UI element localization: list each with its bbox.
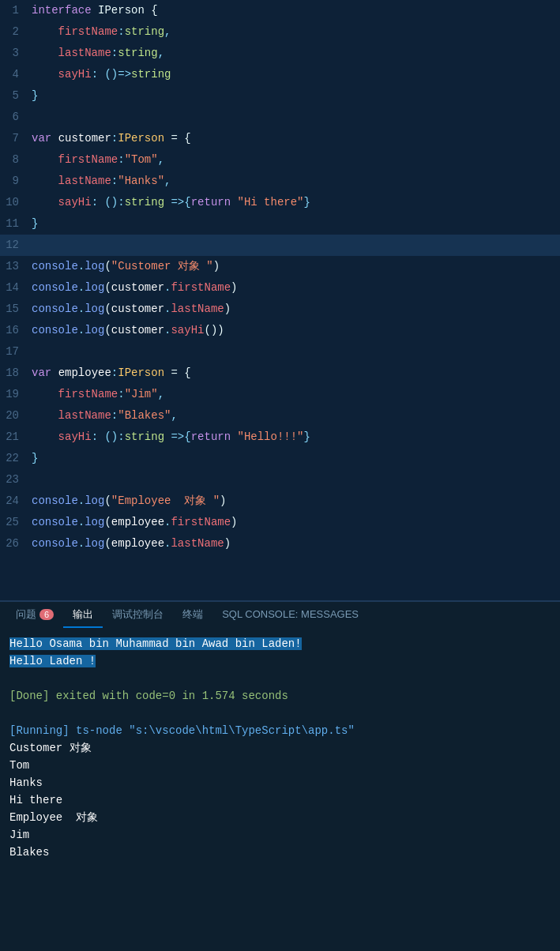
line-content: console.log(employee.firstName)	[32, 512, 560, 533]
line-number: 5	[0, 85, 32, 107]
line-content: }	[32, 213, 560, 235]
line-number: 25	[0, 512, 32, 533]
code-line: 21 sayHi: ():string =>{return "Hello!!!"…	[0, 427, 560, 448]
line-content: console.log("Employee 对象 ")	[32, 491, 560, 512]
line-content: console.log(customer.lastName)	[32, 299, 560, 320]
line-content	[32, 341, 560, 363]
output-line: Hi there	[9, 791, 551, 809]
code-line: 9 lastName:"Hanks",	[0, 171, 560, 192]
editor-area: 1interface IPerson {2 firstName:string,3…	[0, 0, 560, 600]
line-number: 7	[0, 128, 32, 149]
line-number: 19	[0, 384, 32, 405]
code-line: 3 lastName:string,	[0, 43, 560, 64]
line-content: firstName:"Jim",	[32, 384, 560, 405]
code-line: 8 firstName:"Tom",	[0, 149, 560, 171]
output-line: [Running] ts-node "s:\vscode\html\TypeSc…	[9, 722, 551, 739]
output-line: Customer 对象	[9, 739, 551, 757]
code-line: 12	[0, 235, 560, 256]
terminal-panel: 问题6输出调试控制台终端SQL CONSOLE: MESSAGES Hello …	[0, 600, 560, 951]
line-content: console.log("Customer 对象 ")	[32, 256, 560, 277]
code-line: 19 firstName:"Jim",	[0, 384, 560, 405]
line-number: 22	[0, 448, 32, 469]
line-number: 4	[0, 64, 32, 85]
line-number: 8	[0, 149, 32, 171]
tab-item[interactable]: 输出	[63, 601, 103, 628]
line-content: console.log(customer.sayHi())	[32, 320, 560, 341]
code-line: 7var customer:IPerson = {	[0, 128, 560, 149]
tab-badge: 6	[39, 609, 54, 620]
code-line: 20 lastName:"Blakes",	[0, 405, 560, 427]
output-line: Tom	[9, 757, 551, 774]
line-content: lastName:"Hanks",	[32, 171, 560, 192]
line-number: 15	[0, 299, 32, 320]
line-content: lastName:"Blakes",	[32, 405, 560, 427]
line-content: var customer:IPerson = {	[32, 128, 560, 149]
line-content	[32, 235, 560, 256]
line-number: 6	[0, 107, 32, 128]
code-line: 5}	[0, 85, 560, 107]
line-content	[32, 469, 560, 491]
line-number: 3	[0, 43, 32, 64]
line-content: sayHi: ():string =>{return "Hi there"}	[32, 192, 560, 213]
output-line: Hanks	[9, 774, 551, 791]
line-number: 2	[0, 21, 32, 43]
line-number: 13	[0, 256, 32, 277]
line-content: sayHi: ()=>string	[32, 64, 560, 85]
tab-item[interactable]: 问题6	[6, 601, 63, 628]
code-line: 15console.log(customer.lastName)	[0, 299, 560, 320]
code-line: 16console.log(customer.sayHi())	[0, 320, 560, 341]
line-content: }	[32, 448, 560, 469]
code-line: 13console.log("Customer 对象 ")	[0, 256, 560, 277]
line-number: 18	[0, 363, 32, 384]
line-number: 21	[0, 427, 32, 448]
output-line: Employee 对象	[9, 809, 551, 826]
line-content: console.log(employee.lastName)	[32, 533, 560, 554]
tab-item[interactable]: 调试控制台	[103, 601, 173, 628]
code-line: 14console.log(customer.firstName)	[0, 277, 560, 299]
tab-item[interactable]: 终端	[173, 601, 212, 628]
line-number: 16	[0, 320, 32, 341]
line-content: var employee:IPerson = {	[32, 363, 560, 384]
line-number: 10	[0, 192, 32, 213]
output-line: Hello Laden !	[9, 652, 551, 670]
output-area: Hello Osama bin Muhammad bin Awad bin La…	[0, 627, 560, 951]
output-line: Blakes	[9, 844, 551, 861]
code-line: 11}	[0, 213, 560, 235]
line-number: 1	[0, 0, 32, 21]
line-number: 9	[0, 171, 32, 192]
code-line: 25console.log(employee.firstName)	[0, 512, 560, 533]
line-number: 26	[0, 533, 32, 554]
code-line: 4 sayHi: ()=>string	[0, 64, 560, 85]
line-number: 23	[0, 469, 32, 491]
line-number: 12	[0, 235, 32, 256]
line-content: interface IPerson {	[32, 0, 560, 21]
code-line: 2 firstName:string,	[0, 21, 560, 43]
line-number: 20	[0, 405, 32, 427]
output-line: Jim	[9, 826, 551, 844]
line-content: firstName:string,	[32, 21, 560, 43]
line-content	[32, 107, 560, 128]
code-line: 10 sayHi: ():string =>{return "Hi there"…	[0, 192, 560, 213]
line-content: firstName:"Tom",	[32, 149, 560, 171]
line-number: 11	[0, 213, 32, 235]
line-content: sayHi: ():string =>{return "Hello!!!"}	[32, 427, 560, 448]
line-content: }	[32, 85, 560, 107]
output-line	[9, 670, 551, 687]
code-line: 23	[0, 469, 560, 491]
code-line: 1interface IPerson {	[0, 0, 560, 21]
output-line: Hello Osama bin Muhammad bin Awad bin La…	[9, 635, 551, 652]
line-content: lastName:string,	[32, 43, 560, 64]
code-line: 26console.log(employee.lastName)	[0, 533, 560, 554]
line-number: 14	[0, 277, 32, 299]
code-line: 6	[0, 107, 560, 128]
line-number: 17	[0, 341, 32, 363]
terminal-tabs[interactable]: 问题6输出调试控制台终端SQL CONSOLE: MESSAGES	[0, 600, 560, 627]
code-line: 17	[0, 341, 560, 363]
code-line: 18var employee:IPerson = {	[0, 363, 560, 384]
line-content: console.log(customer.firstName)	[32, 277, 560, 299]
output-line: [Done] exited with code=0 in 1.574 secon…	[9, 687, 551, 705]
code-line: 22}	[0, 448, 560, 469]
output-line	[9, 705, 551, 722]
line-number: 24	[0, 491, 32, 512]
tab-item[interactable]: SQL CONSOLE: MESSAGES	[212, 601, 368, 628]
